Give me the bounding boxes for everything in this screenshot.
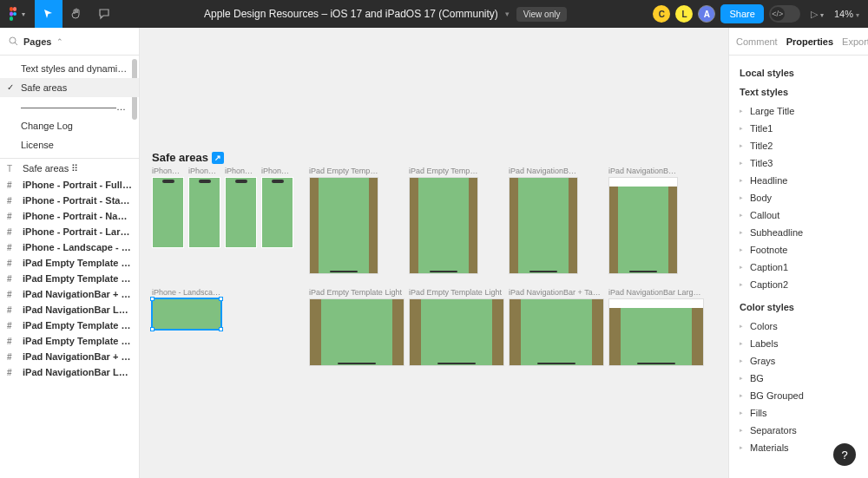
svg-line-6 xyxy=(15,43,17,45)
frame-label: iPad Empty Templa… xyxy=(409,167,478,175)
layer-name: iPad Empty Template Light xyxy=(23,336,132,346)
disclosure-icon: ▸ xyxy=(740,444,743,451)
text-style-row[interactable]: ▸Body xyxy=(740,189,858,206)
layer-row[interactable]: #iPad NavigationBar + TabBar Te… xyxy=(0,349,139,364)
dev-mode-toggle[interactable]: </> xyxy=(769,5,800,23)
page-item[interactable]: ———————————... xyxy=(0,97,139,116)
layer-row[interactable]: #iPhone - Portrait - Navigation Bar xyxy=(0,208,139,224)
section-label[interactable]: Safe areas ↗ xyxy=(152,151,224,164)
figma-menu-button[interactable]: ▾ xyxy=(0,0,35,28)
svg-rect-1 xyxy=(13,7,16,11)
layer-icon: # xyxy=(7,180,17,190)
layer-row[interactable]: #iPhone - Portrait - Large Navigati… xyxy=(0,224,139,239)
canvas-frame[interactable]: iPhone … xyxy=(188,167,220,248)
layer-row[interactable]: #iPad Empty Template Light xyxy=(0,318,139,333)
layer-row[interactable]: #iPad Empty Template Light xyxy=(0,255,139,271)
canvas-frame[interactable]: iPhone - Landscape… xyxy=(152,288,221,330)
canvas-frame[interactable]: iPad Empty Templa… xyxy=(409,167,478,274)
tab-export[interactable]: Export xyxy=(842,36,868,47)
canvas-frame[interactable]: iPhone … xyxy=(225,167,257,248)
layer-row[interactable]: #iPad NavigationBar Large Title + … xyxy=(0,364,139,380)
layer-row[interactable]: #iPad NavigationBar + TabBar Te… xyxy=(0,286,139,302)
canvas-frame[interactable]: iPad Empty Template Light xyxy=(309,288,404,366)
disclosure-icon: ▸ xyxy=(740,375,743,382)
pages-chevron-icon[interactable]: ⌃ xyxy=(56,37,63,46)
file-title[interactable]: Apple Design Resources – iOS 17 and iPad… xyxy=(204,8,498,20)
svg-point-3 xyxy=(13,12,16,16)
page-item[interactable]: ✓Safe areas xyxy=(0,78,139,97)
layer-row[interactable]: #iPad Empty Template Light xyxy=(0,271,139,286)
frame-label: iPhone … xyxy=(152,167,184,175)
toolbar-right: C L A Share </> ▷ ▾ 14% ▾ xyxy=(653,0,868,28)
style-name: Subheadline xyxy=(750,227,803,238)
canvas-frame[interactable]: iPad Empty Templa… xyxy=(309,167,378,274)
canvas-frame[interactable]: iPad NavigationBar + TabBar… xyxy=(509,288,604,366)
color-style-row[interactable]: ▸Separators xyxy=(740,422,858,439)
text-style-row[interactable]: ▸Callout xyxy=(740,206,858,224)
style-name: Callout xyxy=(750,210,779,220)
zoom-level[interactable]: 14% ▾ xyxy=(834,9,859,19)
layer-row[interactable]: #iPad Empty Template Light xyxy=(0,333,139,349)
color-style-row[interactable]: ▸Fills xyxy=(740,404,858,422)
disclosure-icon: ▸ xyxy=(740,246,743,253)
avatar-user-l[interactable]: L xyxy=(675,5,693,23)
text-style-row[interactable]: ▸Title2 xyxy=(740,137,858,154)
text-style-row[interactable]: ▸Headline xyxy=(740,172,858,189)
color-style-row[interactable]: ▸Colors xyxy=(740,318,858,335)
layer-row[interactable]: #iPad NavigationBar Large Title + … xyxy=(0,302,139,318)
avatar-user-a[interactable]: A xyxy=(698,5,715,23)
style-name: Headline xyxy=(750,175,787,186)
hand-tool-button[interactable] xyxy=(62,0,90,28)
share-button[interactable]: Share xyxy=(720,4,763,23)
disclosure-icon: ▸ xyxy=(740,264,743,271)
text-style-row[interactable]: ▸Subheadline xyxy=(740,224,858,241)
layer-row[interactable]: TSafe areas ⠿ xyxy=(0,160,139,177)
canvas[interactable]: Safe areas ↗ iPhone …iPhone …iPhone …iPh… xyxy=(140,28,728,478)
search-icon[interactable] xyxy=(9,36,18,46)
layer-name: iPhone - Portrait - Navigation Bar xyxy=(23,211,132,221)
comment-tool-button[interactable] xyxy=(90,0,118,28)
view-only-badge[interactable]: View only xyxy=(516,7,568,22)
style-name: Fills xyxy=(750,408,767,418)
tab-properties[interactable]: Properties xyxy=(786,36,833,47)
move-tool-button[interactable] xyxy=(35,0,62,28)
color-style-row[interactable]: ▸Grays xyxy=(740,352,858,370)
text-style-row[interactable]: ▸Title1 xyxy=(740,120,858,137)
pages-header[interactable]: Pages ⌃ xyxy=(0,28,139,56)
text-style-row[interactable]: ▸Large Title xyxy=(740,102,858,120)
canvas-frame[interactable]: iPhone … xyxy=(261,167,293,248)
canvas-frame[interactable]: iPad NavigationBar … xyxy=(608,167,678,274)
color-style-row[interactable]: ▸BG xyxy=(740,370,858,387)
page-item[interactable]: Text styles and dynamic type xyxy=(0,59,139,78)
disclosure-icon: ▸ xyxy=(740,177,743,184)
page-item[interactable]: Change Log xyxy=(0,116,139,135)
text-style-row[interactable]: ▸Footnote xyxy=(740,241,858,259)
present-button[interactable]: ▷ ▾ xyxy=(806,9,829,20)
file-chevron-icon[interactable]: ▾ xyxy=(505,10,510,18)
canvas-frame[interactable]: iPad NavigationBar Large Tit… xyxy=(608,288,704,366)
text-style-row[interactable]: ▸Title3 xyxy=(740,154,858,172)
layer-row[interactable]: #iPhone - Landscape - Full Screen xyxy=(0,239,139,255)
layer-row[interactable]: #iPhone - Portrait - Full Screen xyxy=(0,177,139,193)
text-styles-heading: Text styles xyxy=(740,87,858,97)
style-name: Separators xyxy=(750,425,797,435)
canvas-frame[interactable]: iPad Empty Template Light xyxy=(409,288,504,366)
text-style-row[interactable]: ▸Caption1 xyxy=(740,259,858,276)
help-button[interactable]: ? xyxy=(833,443,856,466)
canvas-frame[interactable]: iPad NavigationBar … xyxy=(509,167,578,274)
layer-row[interactable]: #iPhone - Portrait - Status Bar Only xyxy=(0,193,139,208)
tab-comment[interactable]: Comment xyxy=(736,36,778,47)
avatar-user-c[interactable]: C xyxy=(653,5,670,23)
local-styles-heading: Local styles xyxy=(740,68,858,78)
canvas-frame[interactable]: iPhone … xyxy=(152,167,184,248)
text-style-row[interactable]: ▸Caption2 xyxy=(740,276,858,293)
style-name: BG xyxy=(750,373,764,383)
layer-name: iPad Empty Template Light xyxy=(23,320,132,331)
layer-name: iPad NavigationBar Large Title + … xyxy=(23,304,132,315)
color-style-row[interactable]: ▸Labels xyxy=(740,335,858,352)
layer-icon: # xyxy=(7,337,17,346)
style-name: Caption2 xyxy=(750,279,788,290)
color-style-row[interactable]: ▸BG Grouped xyxy=(740,387,858,404)
svg-point-5 xyxy=(10,37,16,43)
page-item[interactable]: License xyxy=(0,135,139,154)
